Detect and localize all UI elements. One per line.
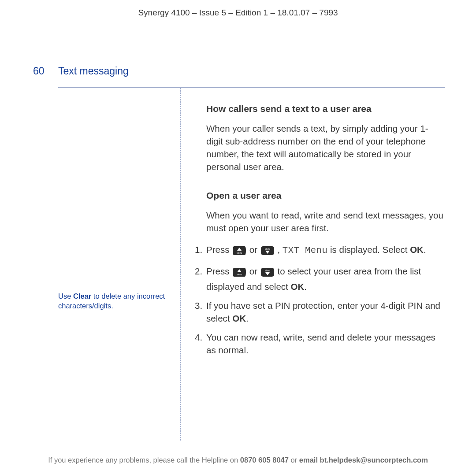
footer-mid: or: [289, 456, 299, 464]
text: Press: [206, 266, 232, 276]
ok-label: OK: [410, 244, 424, 255]
page-footer: If you experience any problems, please c…: [0, 456, 476, 464]
ok-label: OK: [290, 281, 304, 292]
step-3: 3. If you have set a PIN protection, ent…: [206, 299, 444, 325]
step-number: 2.: [195, 265, 202, 278]
ok-label: OK: [232, 313, 246, 323]
paragraph-open-intro: When you want to read, write and send te…: [206, 209, 444, 234]
text: or: [249, 266, 260, 276]
page-number: 60: [33, 65, 45, 77]
text: .: [304, 281, 307, 292]
text: or: [249, 244, 260, 255]
svg-text:Menu: Menu: [264, 248, 270, 250]
margin-note-pre: Use: [58, 292, 73, 300]
margin-note-clear: Clear: [73, 292, 91, 300]
text: .: [246, 313, 249, 323]
step-4: 4. You can now read, write, send and del…: [206, 331, 444, 356]
main-content: How callers send a text to a user area W…: [206, 102, 444, 363]
svg-text:Menu: Menu: [264, 269, 270, 272]
step-number: 3.: [195, 299, 202, 312]
display-text: TXT Menu: [283, 245, 327, 256]
text: ,: [277, 244, 282, 255]
step-1: 1. Press Menu or Menu: [206, 243, 444, 259]
margin-note: Use Clear to delete any incorrect charac…: [58, 291, 172, 311]
menu-up-button-icon: Menu: [233, 267, 246, 280]
text: Press: [206, 244, 232, 255]
section-title: Text messaging: [58, 65, 129, 77]
paragraph-callers: When your caller sends a text, by simply…: [206, 122, 444, 173]
footer-pre: If you experience any problems, please c…: [48, 456, 240, 464]
menu-down-button-icon: Menu: [261, 246, 274, 259]
subheading-open-area: Open a user area: [206, 189, 444, 202]
text: .: [424, 244, 426, 255]
menu-down-button-icon: Menu: [261, 267, 274, 280]
text: You can now read, write, send and delete…: [206, 332, 435, 355]
step-number: 1.: [195, 243, 202, 256]
document-header: Synergy 4100 – Issue 5 – Edition 1 – 18.…: [0, 8, 476, 18]
step-2: 2. Press Menu or Menu: [206, 265, 444, 293]
svg-text:Menu: Menu: [237, 273, 242, 276]
svg-text:Menu: Menu: [237, 252, 242, 254]
footer-email: email bt.helpdesk@suncorptech.com: [299, 456, 428, 464]
step-number: 4.: [195, 331, 202, 344]
footer-phone: 0870 605 8047: [240, 456, 289, 464]
menu-up-button-icon: Menu: [233, 246, 246, 259]
horizontal-rule: [58, 87, 445, 88]
subheading-callers: How callers send a text to a user area: [206, 102, 444, 115]
text: is displayed. Select: [327, 244, 410, 255]
column-divider: [180, 88, 181, 441]
